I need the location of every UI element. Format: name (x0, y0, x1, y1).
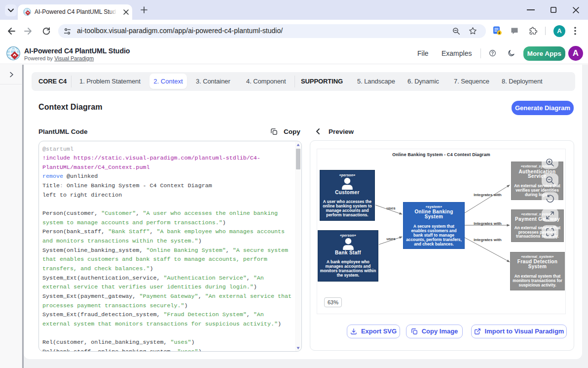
svg-text:uses: uses (386, 237, 396, 241)
svg-text:Integrates with: Integrates with (474, 193, 502, 197)
svg-text:uses: uses (386, 206, 396, 210)
svg-text:Integrates with: Integrates with (474, 221, 502, 226)
svg-text:Integrates with: Integrates with (474, 238, 502, 242)
